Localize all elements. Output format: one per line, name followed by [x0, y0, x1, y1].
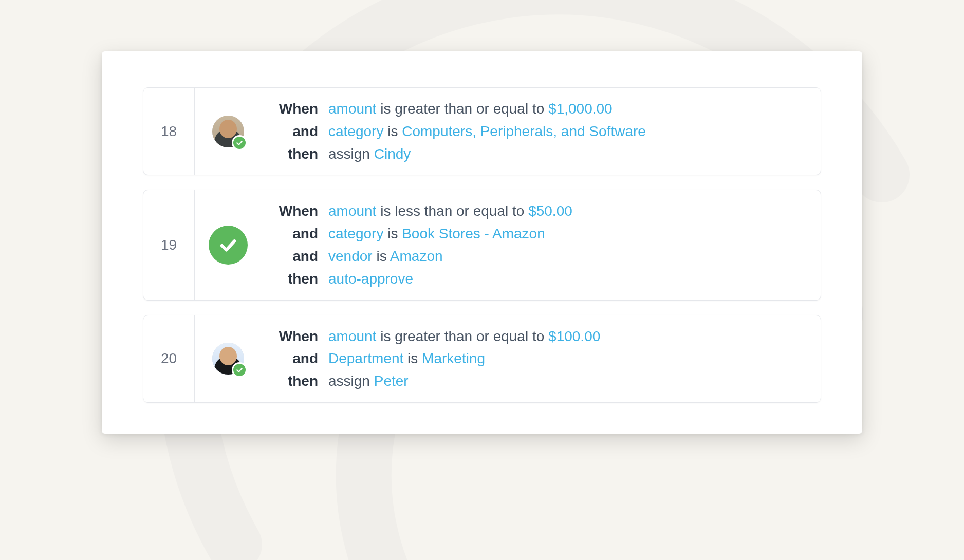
rule-keyword: Marketing — [422, 350, 485, 366]
rule-line-value: category is Book Stores - Amazon — [328, 224, 808, 244]
rule-label-column: Whenandandthen — [267, 201, 328, 288]
rule-card[interactable]: 18Whenandthenamount is greater than or e… — [143, 87, 821, 175]
rule-line-label: then — [267, 269, 318, 289]
rule-avatar-column — [195, 88, 262, 175]
rule-line-label: and — [267, 247, 318, 266]
rule-line-label: When — [267, 99, 318, 119]
rule-body: Whenandthenamount is greater than or equ… — [262, 315, 821, 402]
rule-card[interactable]: 20Whenandthenamount is greater than or e… — [143, 315, 821, 403]
rule-line-value: category is Computers, Peripherals, and … — [328, 122, 808, 141]
rule-line-value: amount is greater than or equal to $1,00… — [328, 99, 808, 119]
rule-text: is — [403, 350, 422, 366]
rule-body: Whenandandthenamount is less than or equ… — [262, 190, 821, 300]
rule-text: is greater than or equal to — [376, 101, 548, 117]
rule-keyword: amount — [328, 328, 376, 344]
rule-number: 20 — [161, 350, 177, 367]
rule-body: Whenandthenamount is greater than or equ… — [262, 88, 821, 175]
rule-keyword: Book Stores - Amazon — [402, 226, 545, 241]
rule-line-value: assign Cindy — [328, 144, 808, 164]
rule-value-column: amount is less than or equal to $50.00ca… — [328, 201, 808, 288]
rule-number: 18 — [161, 123, 177, 140]
rule-keyword: Cindy — [374, 146, 411, 162]
rule-keyword: Department — [328, 350, 403, 366]
rule-keyword: auto-approve — [328, 271, 413, 287]
rule-number-column: 18 — [143, 88, 195, 175]
rule-text: is — [383, 226, 402, 241]
rule-value-column: amount is greater than or equal to $1,00… — [328, 99, 808, 163]
rule-text: is less than or equal to — [376, 203, 528, 219]
rule-number: 19 — [161, 237, 177, 253]
rule-line-value: assign Peter — [328, 371, 808, 391]
rule-line-label: When — [267, 201, 318, 221]
rule-text: is — [383, 123, 402, 139]
rule-number-column: 20 — [143, 315, 195, 402]
rule-keyword: $50.00 — [528, 203, 572, 219]
rule-number-column: 19 — [143, 190, 195, 300]
rule-line-label: and — [267, 224, 318, 244]
rule-card[interactable]: 19Whenandandthenamount is less than or e… — [143, 190, 821, 300]
rule-keyword: $100.00 — [548, 328, 600, 344]
rule-label-column: Whenandthen — [267, 99, 328, 163]
auto-approve-check-icon — [209, 226, 248, 265]
rule-line-value: auto-approve — [328, 269, 808, 289]
rule-line-label: and — [267, 349, 318, 368]
rule-keyword: amount — [328, 101, 376, 117]
rule-keyword: category — [328, 226, 383, 241]
rule-line-value: Department is Marketing — [328, 349, 808, 368]
rule-line-value: vendor is Amazon — [328, 247, 808, 266]
rule-text: is greater than or equal to — [376, 328, 548, 344]
rule-keyword: Peter — [374, 373, 409, 389]
rule-text: is — [373, 248, 390, 264]
avatar — [212, 343, 244, 375]
rule-text: assign — [328, 146, 374, 162]
rule-keyword: $1,000.00 — [548, 101, 613, 117]
rule-label-column: Whenandthen — [267, 327, 328, 391]
rule-line-label: and — [267, 122, 318, 141]
rule-keyword: Computers, Peripherals, and Software — [402, 123, 646, 139]
avatar-verified-check-icon — [232, 135, 247, 151]
rule-line-value: amount is greater than or equal to $100.… — [328, 327, 808, 346]
rule-keyword: amount — [328, 203, 376, 219]
rule-line-label: then — [267, 144, 318, 164]
rule-line-label: then — [267, 371, 318, 391]
rule-line-label: When — [267, 327, 318, 346]
avatar-verified-check-icon — [232, 362, 247, 378]
rule-value-column: amount is greater than or equal to $100.… — [328, 327, 808, 391]
rule-keyword: category — [328, 123, 383, 139]
rule-avatar-column — [195, 190, 262, 300]
rule-avatar-column — [195, 315, 262, 402]
rule-keyword: Amazon — [390, 248, 443, 264]
rule-line-value: amount is less than or equal to $50.00 — [328, 201, 808, 221]
rule-keyword: vendor — [328, 248, 373, 264]
avatar — [212, 116, 244, 147]
rule-text: assign — [328, 373, 374, 389]
rules-panel: 18Whenandthenamount is greater than or e… — [102, 51, 862, 434]
